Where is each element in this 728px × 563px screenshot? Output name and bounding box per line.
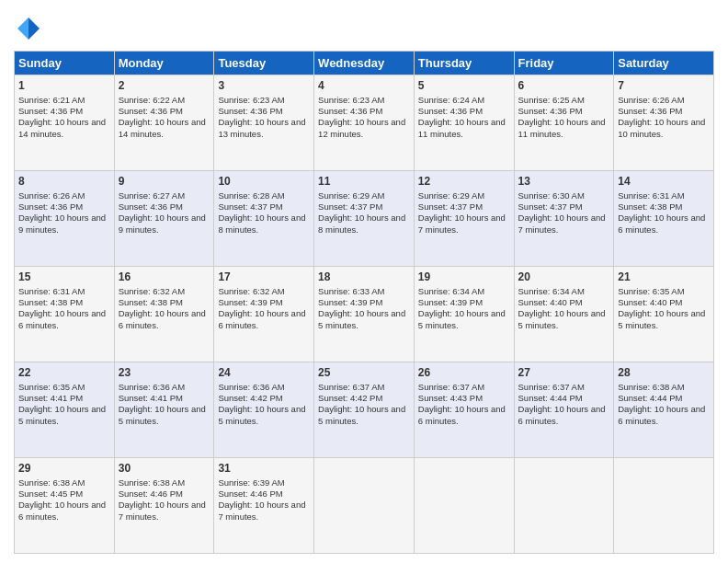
- sunset-text: Sunset: 4:37 PM: [418, 201, 483, 212]
- day-number: 3: [218, 79, 310, 94]
- day-header-thursday: Thursday: [414, 52, 514, 75]
- day-number: 1: [18, 79, 110, 94]
- day-number: 30: [119, 462, 210, 477]
- calendar-day-cell: 7Sunrise: 6:26 AMSunset: 4:36 PMDaylight…: [614, 75, 714, 171]
- calendar-week-row: 1Sunrise: 6:21 AMSunset: 4:36 PMDaylight…: [15, 75, 714, 171]
- logo: [14, 14, 47, 43]
- day-number: 23: [119, 366, 210, 381]
- sunrise-text: Sunrise: 6:31 AM: [618, 190, 684, 201]
- day-number: 27: [518, 366, 610, 381]
- calendar-day-cell: 19Sunrise: 6:34 AMSunset: 4:39 PMDayligh…: [414, 267, 514, 362]
- daylight-text: Daylight: 10 hours and 5 minutes.: [418, 308, 506, 329]
- calendar-day-cell: 25Sunrise: 6:37 AMSunset: 4:42 PMDayligh…: [314, 362, 415, 458]
- day-number: 16: [119, 270, 210, 285]
- sunrise-text: Sunrise: 6:32 AM: [218, 286, 284, 296]
- calendar-day-cell: 10Sunrise: 6:28 AMSunset: 4:37 PMDayligh…: [214, 171, 314, 267]
- sunset-text: Sunset: 4:43 PM: [418, 393, 483, 403]
- daylight-text: Daylight: 10 hours and 9 minutes.: [119, 213, 206, 234]
- calendar-day-cell: 28Sunrise: 6:38 AMSunset: 4:44 PMDayligh…: [614, 362, 714, 458]
- sunset-text: Sunset: 4:36 PM: [119, 106, 183, 116]
- sunrise-text: Sunrise: 6:22 AM: [119, 95, 185, 105]
- sunrise-text: Sunrise: 6:35 AM: [618, 286, 684, 296]
- day-number: 31: [218, 462, 310, 477]
- sunrise-text: Sunrise: 6:31 AM: [18, 286, 85, 296]
- daylight-text: Daylight: 10 hours and 8 minutes.: [318, 213, 405, 234]
- sunrise-text: Sunrise: 6:38 AM: [618, 382, 684, 392]
- calendar-day-cell: 14Sunrise: 6:31 AMSunset: 4:38 PMDayligh…: [614, 171, 714, 267]
- calendar-day-cell: [414, 458, 514, 554]
- day-number: 21: [618, 270, 710, 285]
- calendar-day-cell: [514, 458, 614, 554]
- sunrise-text: Sunrise: 6:27 AM: [119, 190, 185, 201]
- calendar-day-cell: 27Sunrise: 6:37 AMSunset: 4:44 PMDayligh…: [514, 362, 614, 458]
- calendar-week-row: 15Sunrise: 6:31 AMSunset: 4:38 PMDayligh…: [15, 267, 714, 362]
- sunrise-text: Sunrise: 6:36 AM: [119, 382, 185, 392]
- day-number: 2: [119, 79, 210, 94]
- sunset-text: Sunset: 4:36 PM: [18, 201, 83, 212]
- sunrise-text: Sunrise: 6:36 AM: [218, 382, 284, 392]
- day-number: 6: [518, 79, 610, 94]
- sunset-text: Sunset: 4:36 PM: [518, 106, 583, 116]
- calendar-day-cell: 16Sunrise: 6:32 AMSunset: 4:38 PMDayligh…: [114, 267, 214, 362]
- sunrise-text: Sunrise: 6:34 AM: [418, 286, 484, 296]
- sunrise-text: Sunrise: 6:26 AM: [18, 190, 85, 201]
- daylight-text: Daylight: 10 hours and 7 minutes.: [518, 213, 606, 234]
- sunset-text: Sunset: 4:40 PM: [618, 297, 682, 307]
- day-header-sunday: Sunday: [15, 52, 115, 75]
- day-header-wednesday: Wednesday: [314, 52, 415, 75]
- sunrise-text: Sunrise: 6:25 AM: [518, 95, 585, 105]
- sunrise-text: Sunrise: 6:28 AM: [218, 190, 284, 201]
- daylight-text: Daylight: 10 hours and 5 minutes.: [318, 404, 405, 425]
- sunrise-text: Sunrise: 6:37 AM: [318, 382, 384, 392]
- calendar-day-cell: [314, 458, 415, 554]
- daylight-text: Daylight: 10 hours and 9 minutes.: [18, 213, 106, 234]
- sunrise-text: Sunrise: 6:23 AM: [318, 95, 384, 105]
- calendar-day-cell: 31Sunrise: 6:39 AMSunset: 4:46 PMDayligh…: [214, 458, 314, 554]
- svg-marker-1: [17, 17, 28, 40]
- calendar-table: SundayMondayTuesdayWednesdayThursdayFrid…: [14, 51, 714, 554]
- daylight-text: Daylight: 10 hours and 5 minutes.: [318, 308, 405, 329]
- daylight-text: Daylight: 10 hours and 6 minutes.: [618, 404, 705, 425]
- sunset-text: Sunset: 4:41 PM: [119, 393, 183, 403]
- sunset-text: Sunset: 4:42 PM: [318, 393, 382, 403]
- day-header-friday: Friday: [514, 52, 614, 75]
- day-number: 20: [518, 270, 610, 285]
- daylight-text: Daylight: 10 hours and 11 minutes.: [418, 117, 506, 138]
- calendar-day-cell: 3Sunrise: 6:23 AMSunset: 4:36 PMDaylight…: [214, 75, 314, 171]
- daylight-text: Daylight: 10 hours and 6 minutes.: [119, 308, 206, 329]
- sunset-text: Sunset: 4:36 PM: [18, 106, 83, 116]
- calendar-day-cell: 21Sunrise: 6:35 AMSunset: 4:40 PMDayligh…: [614, 267, 714, 362]
- day-number: 22: [18, 366, 110, 381]
- sunrise-text: Sunrise: 6:38 AM: [119, 477, 185, 488]
- sunset-text: Sunset: 4:38 PM: [618, 201, 682, 212]
- day-number: 29: [18, 462, 110, 477]
- day-number: 4: [318, 79, 410, 94]
- sunrise-text: Sunrise: 6:32 AM: [119, 286, 185, 296]
- sunset-text: Sunset: 4:39 PM: [318, 297, 382, 307]
- day-header-monday: Monday: [114, 52, 214, 75]
- sunrise-text: Sunrise: 6:29 AM: [318, 190, 384, 201]
- calendar-day-cell: 5Sunrise: 6:24 AMSunset: 4:36 PMDaylight…: [414, 75, 514, 171]
- calendar-day-cell: 26Sunrise: 6:37 AMSunset: 4:43 PMDayligh…: [414, 362, 514, 458]
- daylight-text: Daylight: 10 hours and 14 minutes.: [18, 117, 106, 138]
- sunrise-text: Sunrise: 6:37 AM: [518, 382, 585, 392]
- sunset-text: Sunset: 4:39 PM: [218, 297, 282, 307]
- calendar-day-cell: 22Sunrise: 6:35 AMSunset: 4:41 PMDayligh…: [15, 362, 115, 458]
- daylight-text: Daylight: 10 hours and 11 minutes.: [518, 117, 606, 138]
- day-number: 13: [518, 175, 610, 190]
- calendar-day-cell: 11Sunrise: 6:29 AMSunset: 4:37 PMDayligh…: [314, 171, 415, 267]
- sunrise-text: Sunrise: 6:23 AM: [218, 95, 284, 105]
- daylight-text: Daylight: 10 hours and 7 minutes.: [119, 500, 206, 521]
- daylight-text: Daylight: 10 hours and 14 minutes.: [119, 117, 206, 138]
- sunset-text: Sunset: 4:45 PM: [18, 488, 83, 499]
- sunrise-text: Sunrise: 6:35 AM: [18, 382, 85, 392]
- day-number: 11: [318, 175, 410, 190]
- sunset-text: Sunset: 4:36 PM: [418, 106, 483, 116]
- calendar-day-cell: 1Sunrise: 6:21 AMSunset: 4:36 PMDaylight…: [15, 75, 115, 171]
- daylight-text: Daylight: 10 hours and 6 minutes.: [618, 213, 705, 234]
- calendar-week-row: 22Sunrise: 6:35 AMSunset: 4:41 PMDayligh…: [15, 362, 714, 458]
- sunset-text: Sunset: 4:37 PM: [218, 201, 282, 212]
- sunset-text: Sunset: 4:44 PM: [518, 393, 583, 403]
- calendar-day-cell: 20Sunrise: 6:34 AMSunset: 4:40 PMDayligh…: [514, 267, 614, 362]
- sunset-text: Sunset: 4:36 PM: [119, 201, 183, 212]
